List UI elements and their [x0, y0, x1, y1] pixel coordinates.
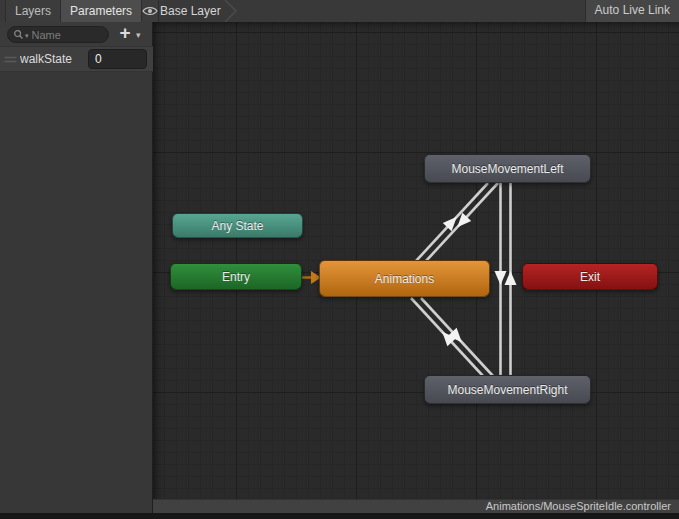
transition-mousemovementleft-to-mousemovementright[interactable]	[495, 183, 507, 376]
node-label: MouseMovementRight	[447, 383, 567, 397]
add-parameter-button[interactable]: +	[114, 21, 136, 45]
tab-layers[interactable]: Layers	[5, 0, 61, 22]
node-entry[interactable]: Entry	[170, 263, 302, 290]
visibility-toggle[interactable]	[142, 0, 159, 22]
controller-path-label: Animations/MouseSpriteIdle.controller	[486, 500, 671, 512]
node-mouse-movement-right[interactable]: MouseMovementRight	[424, 375, 591, 404]
node-any-state[interactable]: Any State	[172, 213, 303, 238]
drag-handle-icon[interactable]	[0, 56, 20, 63]
top-bar: Layers Parameters Base Layer Auto Live L…	[0, 0, 679, 22]
node-label: Animations	[375, 272, 434, 286]
node-label: Entry	[222, 270, 250, 284]
panel-tabs: Layers Parameters	[0, 0, 152, 22]
parameter-search-field[interactable]: ▾	[7, 26, 109, 43]
search-filter-caret-icon[interactable]: ▾	[25, 32, 29, 40]
transition-mousemovementright-to-mousemovementleft[interactable]	[505, 183, 517, 376]
search-icon	[13, 26, 24, 44]
search-input[interactable]	[32, 29, 103, 41]
auto-live-link-button[interactable]: Auto Live Link	[585, 0, 679, 22]
node-label: Any State	[211, 219, 263, 233]
eye-icon	[142, 2, 158, 20]
transition-mousemovementright-to-animations[interactable]	[411, 298, 483, 376]
transition-animations-to-mousemovementleft[interactable]	[416, 183, 488, 261]
node-exit[interactable]: Exit	[522, 263, 658, 290]
tab-parameters[interactable]: Parameters	[61, 0, 142, 22]
transition-animations-to-mousemovementright[interactable]	[421, 298, 493, 376]
transition-mousemovementleft-to-animations[interactable]	[426, 183, 498, 261]
node-mouse-movement-left[interactable]: MouseMovementLeft	[424, 154, 591, 183]
node-label: Exit	[580, 270, 600, 284]
parameter-value-input[interactable]	[88, 49, 147, 69]
parameter-name-label: walkState	[20, 52, 86, 66]
plus-icon: +	[119, 22, 130, 43]
animator-window: Layers Parameters Base Layer Auto Live L…	[0, 0, 679, 519]
status-bar: Animations/MouseSpriteIdle.controller	[153, 499, 679, 513]
add-parameter-caret-icon[interactable]: ▾	[136, 22, 141, 46]
graph-canvas[interactable]: MouseMovementLeft Any State Entry Animat…	[153, 22, 679, 499]
bottom-edge	[0, 513, 679, 519]
parameter-search-row: ▾ + ▾	[0, 22, 152, 46]
parameter-row[interactable]: walkState	[0, 46, 153, 72]
node-animations[interactable]: Animations	[319, 260, 490, 297]
breadcrumb-base-layer[interactable]: Base Layer	[160, 0, 221, 22]
parameters-panel: ▾ + ▾ walkState	[0, 22, 153, 513]
node-label: MouseMovementLeft	[451, 162, 563, 176]
